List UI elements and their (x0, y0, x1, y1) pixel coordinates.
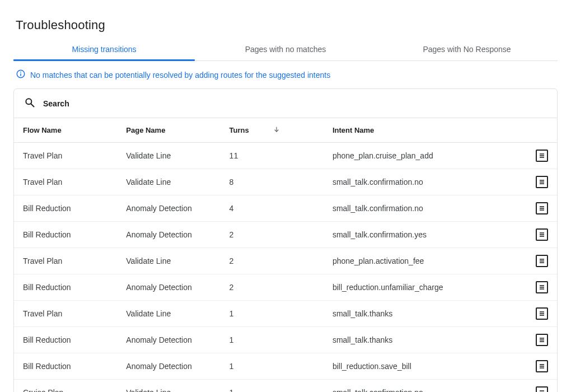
details-icon[interactable] (536, 150, 548, 162)
cell-flow: Cruise Plan (14, 380, 117, 393)
details-icon[interactable] (536, 176, 548, 188)
cell-turns: 1 (221, 327, 324, 353)
table-row: Bill ReductionAnomaly Detection2bill_red… (14, 274, 557, 301)
details-icon[interactable] (536, 202, 548, 214)
svg-point-2 (20, 72, 21, 73)
table-row: Travel PlanValidate Line1small_talk.than… (14, 301, 557, 327)
details-icon[interactable] (536, 228, 548, 241)
cell-intent: small_talk.thanks (324, 301, 519, 327)
cell-intent: small_talk.confirmation.no (324, 380, 519, 393)
table-row: Travel PlanValidate Line8small_talk.conf… (14, 169, 557, 195)
details-icon[interactable] (536, 386, 548, 392)
cell-flow: Bill Reduction (14, 195, 117, 222)
page-title: Troubleshooting (16, 18, 558, 32)
cell-turns: 1 (221, 353, 324, 380)
col-header-turns[interactable]: Turns (221, 118, 324, 143)
table-row: Travel PlanValidate Line2phone_plan.acti… (14, 248, 557, 274)
search-icon (24, 97, 35, 110)
results-card: Search Flow Name Page Name Turns Intent … (13, 88, 558, 392)
cell-page: Validate Line (117, 301, 220, 327)
info-banner: No matches that can be potentially resol… (13, 61, 558, 88)
search-placeholder: Search (43, 99, 69, 108)
cell-page: Validate Line (117, 169, 220, 195)
cell-page: Validate Line (117, 380, 220, 393)
cell-turns: 1 (221, 301, 324, 327)
cell-intent: small_talk.confirmation.no (324, 195, 519, 222)
info-icon (16, 69, 26, 81)
cell-flow: Bill Reduction (14, 327, 117, 353)
cell-turns: 2 (221, 222, 324, 248)
col-header-page[interactable]: Page Name (117, 118, 220, 143)
cell-intent: bill_reduction.unfamiliar_charge (324, 274, 519, 301)
details-icon[interactable] (536, 360, 548, 372)
cell-turns: 2 (221, 274, 324, 301)
cell-turns: 8 (221, 169, 324, 195)
sort-descending-icon (273, 126, 280, 134)
cell-flow: Travel Plan (14, 301, 117, 327)
col-header-intent[interactable]: Intent Name (324, 118, 519, 143)
info-banner-text: No matches that can be potentially resol… (30, 71, 330, 80)
details-icon[interactable] (536, 307, 548, 320)
cell-turns: 11 (221, 143, 324, 169)
cell-turns: 2 (221, 248, 324, 274)
cell-page: Anomaly Detection (117, 195, 220, 222)
table-row: Travel PlanValidate Line11phone_plan.cru… (14, 143, 557, 169)
cell-page: Anomaly Detection (117, 327, 220, 353)
details-icon[interactable] (536, 334, 548, 346)
table-row: Bill ReductionAnomaly Detection1bill_red… (14, 353, 557, 380)
tab-1[interactable]: Pages with no matches (195, 37, 376, 60)
cell-flow: Travel Plan (14, 248, 117, 274)
cell-intent: small_talk.confirmation.no (324, 169, 519, 195)
cell-turns: 4 (221, 195, 324, 222)
table-row: Bill ReductionAnomaly Detection2small_ta… (14, 222, 557, 248)
details-icon[interactable] (536, 255, 548, 267)
cell-page: Anomaly Detection (117, 274, 220, 301)
cell-intent: phone_plan.cruise_plan_add (324, 143, 519, 169)
cell-page: Anomaly Detection (117, 353, 220, 380)
cell-intent: bill_reduction.save_bill (324, 353, 519, 380)
tabs: Missing transitionsPages with no matches… (13, 37, 558, 61)
tab-0[interactable]: Missing transitions (13, 37, 195, 60)
table-row: Cruise PlanValidate Line1small_talk.conf… (14, 380, 557, 393)
cell-flow: Bill Reduction (14, 222, 117, 248)
tab-2[interactable]: Pages with No Response (376, 37, 558, 60)
table-row: Bill ReductionAnomaly Detection4small_ta… (14, 195, 557, 222)
cell-intent: phone_plan.activation_fee (324, 248, 519, 274)
svg-line-4 (31, 104, 34, 107)
cell-page: Validate Line (117, 143, 220, 169)
search-input[interactable]: Search (14, 89, 557, 118)
cell-flow: Travel Plan (14, 169, 117, 195)
col-header-action (519, 118, 557, 143)
cell-flow: Travel Plan (14, 143, 117, 169)
cell-intent: small_talk.thanks (324, 327, 519, 353)
cell-flow: Bill Reduction (14, 353, 117, 380)
results-table: Flow Name Page Name Turns Intent Name Tr… (14, 118, 557, 392)
cell-turns: 1 (221, 380, 324, 393)
col-header-flow[interactable]: Flow Name (14, 118, 117, 143)
table-row: Bill ReductionAnomaly Detection1small_ta… (14, 327, 557, 353)
cell-flow: Bill Reduction (14, 274, 117, 301)
cell-page: Anomaly Detection (117, 222, 220, 248)
cell-intent: small_talk.confirmation.yes (324, 222, 519, 248)
cell-page: Validate Line (117, 248, 220, 274)
details-icon[interactable] (536, 281, 548, 293)
